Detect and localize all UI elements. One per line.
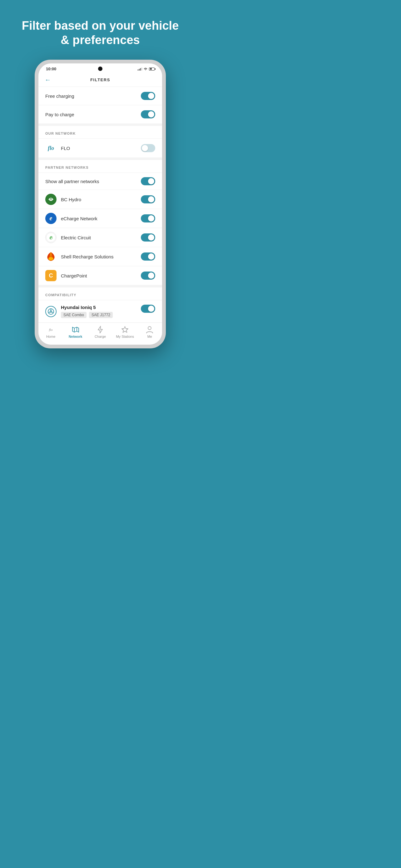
show-all-label: Show all partner networks (45, 179, 99, 184)
bc-hydro-name: BC Hydro (61, 197, 141, 202)
battery-icon (149, 67, 155, 71)
bottom-nav: flo Home Network (38, 322, 162, 345)
badge-sae-combo: SAE Combo (61, 312, 87, 318)
flo-logo-text: flo (48, 145, 54, 152)
svg-point-21 (148, 327, 151, 330)
home-icon: flo (47, 326, 55, 333)
nav-charge-label: Charge (95, 335, 106, 338)
echarge-svg: e (46, 213, 56, 223)
bc-hydro-row: BC Hydro (38, 190, 162, 209)
bc-hydro-toggle[interactable] (141, 195, 155, 204)
flo-nav-icon: flo (49, 328, 53, 332)
electric-circuit-logo: e (45, 232, 57, 243)
chargepoint-name: ChargePoint (61, 273, 141, 278)
free-charging-row: Free charging (38, 87, 162, 105)
screen-title: FILTERS (90, 78, 110, 82)
vehicle-icon (45, 306, 57, 317)
free-charging-label: Free charging (45, 93, 74, 99)
nav-charge[interactable]: Charge (91, 326, 110, 338)
map-icon (72, 326, 79, 333)
nav-me-label: Me (147, 335, 152, 338)
nav-network[interactable]: Network (66, 326, 85, 338)
compatibility-section-header: COMPATIBILITY (38, 287, 162, 300)
compatibility-label: COMPATIBILITY (45, 293, 76, 297)
echarge-name: eCharge Network (61, 216, 141, 221)
steering-wheel-svg (47, 308, 54, 315)
chargepoint-svg: C (46, 271, 56, 281)
chargepoint-toggle[interactable] (141, 272, 155, 280)
flo-logo: flo (45, 143, 57, 154)
show-all-row: Show all partner networks (38, 173, 162, 190)
chargepoint-logo: C (45, 270, 57, 281)
nav-home[interactable]: flo Home (41, 326, 60, 338)
star-svg (121, 326, 129, 333)
vehicle-info: Hyundai Ioniq 5 SAE Combo SAE J1772 (61, 305, 141, 318)
electric-circuit-svg: e (46, 232, 56, 243)
phone-frame: 10:00 (35, 60, 166, 348)
svg-line-17 (52, 312, 53, 313)
screen-header: ← FILTERS (38, 73, 162, 87)
partner-networks-label: PARTNER NETWORKS (45, 165, 89, 169)
person-icon (146, 326, 153, 333)
our-network-label: OUR NETWORK (45, 131, 76, 135)
nav-my-stations[interactable]: My Stations (115, 326, 134, 338)
hero-title: Filter based on your vehicle & preferenc… (0, 12, 201, 60)
nav-home-label: Home (46, 335, 55, 338)
svg-line-16 (49, 312, 50, 313)
echarge-toggle[interactable] (141, 214, 155, 222)
divider-2 (38, 157, 162, 160)
shell-logo (45, 251, 57, 262)
vehicle-toggle[interactable] (141, 305, 155, 313)
bolt-svg (97, 326, 103, 333)
electric-circuit-name: Electric Circuit (61, 235, 141, 240)
person-svg (146, 326, 153, 333)
star-icon (121, 326, 129, 333)
svg-text:e: e (49, 215, 53, 221)
bc-hydro-logo (45, 194, 57, 205)
our-network-section-header: OUR NETWORK (38, 126, 162, 138)
svg-point-10 (48, 257, 54, 260)
echarge-logo: e (45, 213, 57, 224)
shell-svg (45, 251, 56, 262)
vehicle-badges: SAE Combo SAE J1772 (61, 312, 141, 318)
flo-network-name: FLO (61, 146, 141, 151)
wifi-icon (143, 67, 148, 71)
vehicle-row: Hyundai Ioniq 5 SAE Combo SAE J1772 (38, 300, 162, 322)
free-charging-toggle[interactable] (141, 92, 155, 100)
back-button[interactable]: ← (45, 76, 51, 84)
badge-sae-j1772: SAE J1772 (89, 312, 113, 318)
bolt-icon (97, 326, 104, 333)
screen-content: Free charging Pay to charge OUR NETWORK (38, 87, 162, 322)
show-all-toggle[interactable] (141, 177, 155, 185)
svg-text:e: e (49, 234, 53, 241)
nav-me[interactable]: Me (140, 326, 159, 338)
svg-marker-20 (122, 327, 128, 333)
nav-my-stations-label: My Stations (116, 335, 134, 338)
pay-to-charge-label: Pay to charge (45, 112, 74, 117)
camera-notch (98, 67, 102, 71)
partner-networks-section-header: PARTNER NETWORKS (38, 160, 162, 173)
nav-network-label: Network (69, 335, 82, 338)
status-icons (138, 67, 155, 71)
status-time: 10:00 (46, 67, 56, 71)
divider-3 (38, 285, 162, 287)
flo-toggle[interactable] (141, 144, 155, 152)
pay-to-charge-row: Pay to charge (38, 105, 162, 123)
shell-row: Shell Recharge Solutions (38, 247, 162, 266)
divider-1 (38, 123, 162, 126)
bc-hydro-svg (46, 194, 56, 204)
status-bar: 10:00 (38, 63, 162, 73)
echarge-row: e eCharge Network (38, 209, 162, 228)
electric-circuit-toggle[interactable] (141, 234, 155, 242)
shell-name: Shell Recharge Solutions (61, 254, 141, 259)
vehicle-name: Hyundai Ioniq 5 (61, 305, 141, 310)
chargepoint-row: C ChargePoint (38, 266, 162, 285)
signal-icon (138, 67, 142, 71)
flo-network-row: flo FLO (38, 138, 162, 157)
shell-toggle[interactable] (141, 252, 155, 260)
electric-circuit-row: e Electric Circuit (38, 228, 162, 247)
pay-to-charge-toggle[interactable] (141, 110, 155, 118)
phone-screen: 10:00 (38, 63, 162, 345)
map-svg (72, 327, 79, 333)
svg-text:C: C (49, 273, 53, 279)
